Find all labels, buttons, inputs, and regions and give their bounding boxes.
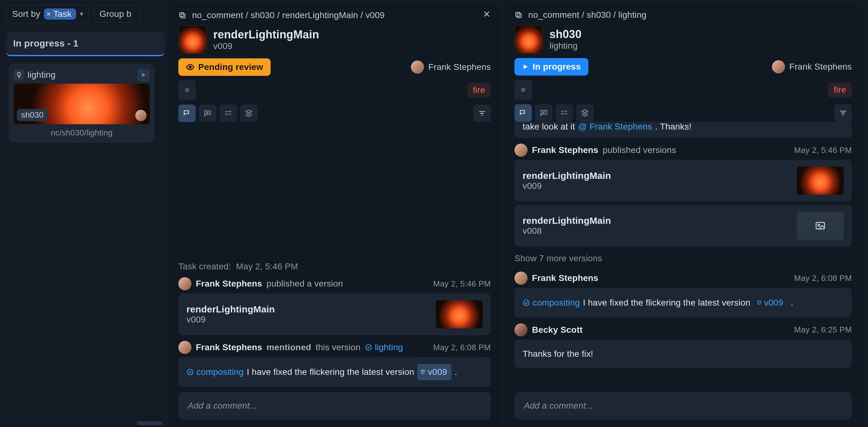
comment-placeholder: Add a comment... — [524, 401, 593, 410]
close-icon[interactable] — [483, 10, 491, 20]
event-verb-2: this version — [315, 342, 361, 352]
version-detail-panel: no_comment / sh030 / renderLightingMain … — [168, 4, 501, 427]
tab-checklist[interactable] — [219, 105, 237, 122]
task-chip-label: lighting — [375, 342, 403, 352]
entity-title: renderLightingMain — [213, 28, 319, 41]
task-created-label: Task created: May 2, 5:46 PM — [178, 262, 491, 272]
version-chip-label: v009 — [428, 365, 447, 379]
entity-subtitle: lighting — [549, 41, 582, 51]
avatar — [178, 341, 191, 354]
assignee[interactable]: Frank Stephens — [411, 61, 491, 74]
tab-comments[interactable] — [535, 104, 553, 122]
event-user: Frank Stephens — [532, 145, 598, 155]
event-user: Becky Scott — [532, 325, 583, 335]
status-pill-pending[interactable]: Pending review — [178, 58, 271, 76]
svg-rect-6 — [516, 12, 520, 16]
status-label: Pending review — [198, 62, 263, 72]
svg-point-9 — [524, 300, 529, 306]
avatar — [515, 323, 528, 337]
comment-card: compositing I have fixed the flickering … — [515, 288, 852, 318]
assignee-name: Frank Stephens — [789, 62, 852, 72]
comment-text: Thanks for the fix! — [523, 346, 593, 362]
event-time: May 2, 6:25 PM — [794, 325, 852, 335]
task-chip-lighting[interactable]: lighting — [365, 342, 403, 352]
sort-chip-task[interactable]: × Task — [44, 8, 76, 20]
version-number: v008 — [523, 226, 611, 236]
truncated-text: take look at it — [523, 122, 575, 132]
version-number: v009 — [186, 315, 275, 324]
status-pill-inprogress[interactable]: In progress — [515, 58, 588, 76]
sort-by-dropdown[interactable]: Sort by × Task ▾ — [6, 5, 89, 23]
tag-fire[interactable]: fire — [467, 83, 491, 98]
sort-chip-label: Task — [53, 9, 71, 19]
tab-versions[interactable] — [576, 104, 594, 122]
copy-path-icon[interactable] — [178, 11, 186, 19]
version-card[interactable]: renderLightingMain v009 — [178, 293, 491, 335]
entity-subtitle: v009 — [213, 41, 319, 51]
version-card[interactable]: renderLightingMain v008 — [515, 205, 852, 247]
event-user: Frank Stephens — [196, 279, 262, 289]
event-publish: Frank Stephens published a version May 2… — [178, 277, 491, 335]
status-label: In progress — [532, 62, 581, 72]
comment-text: I have fixed the flickering the latest v… — [247, 365, 414, 379]
entity-title: sh030 — [549, 28, 582, 41]
comment-card: Thanks for the fix! — [515, 340, 852, 368]
tag-fire[interactable]: fire — [828, 82, 852, 97]
event-publish-versions: Frank Stephens published versions May 2,… — [515, 144, 852, 247]
version-name: renderLightingMain — [186, 304, 275, 315]
tab-checklist[interactable] — [556, 104, 573, 122]
comment-input[interactable]: Add a comment... — [515, 392, 852, 420]
remove-sort-chip-icon[interactable]: × — [46, 10, 51, 19]
copy-path-icon[interactable] — [515, 11, 523, 19]
gear-icon[interactable]: ⚙ — [515, 80, 532, 100]
tab-activity[interactable] — [178, 105, 196, 122]
version-thumbnail-placeholder — [797, 211, 844, 240]
group-by-dropdown[interactable]: Group b — [94, 6, 140, 23]
task-chip-compositing[interactable]: compositing — [523, 295, 580, 310]
version-number: v009 — [523, 181, 611, 191]
mention[interactable]: @ Frank Stephens — [578, 122, 652, 132]
play-icon[interactable] — [137, 69, 150, 81]
chevron-down-icon: ▾ — [80, 10, 83, 18]
event-comment: Becky Scott May 2, 6:25 PM Thanks for th… — [515, 323, 852, 368]
event-mention: Frank Stephens mentioned this version li… — [178, 341, 491, 387]
version-thumbnail — [436, 300, 483, 329]
svg-point-3 — [366, 345, 371, 350]
event-verb: published a version — [267, 279, 343, 289]
board-column-title: In progress - 1 — [13, 38, 79, 48]
filter-icon[interactable] — [473, 105, 491, 122]
tab-versions[interactable] — [240, 105, 257, 122]
tab-activity[interactable] — [515, 104, 532, 122]
gear-icon[interactable]: ⚙ — [178, 80, 196, 100]
group-by-label: Group b — [99, 9, 131, 19]
comment-card: compositing I have fixed the flickering … — [178, 357, 491, 387]
version-chip[interactable]: v009 — [753, 295, 788, 311]
card-thumbnail: sh030 — [14, 84, 150, 124]
filter-icon[interactable] — [834, 104, 852, 122]
avatar — [411, 61, 424, 74]
breadcrumb[interactable]: no_comment / sh030 / renderLightingMain … — [192, 10, 385, 20]
assignee[interactable]: Frank Stephens — [772, 60, 852, 73]
tab-comments[interactable] — [199, 105, 216, 122]
version-chip[interactable]: v009 — [417, 364, 452, 380]
version-card[interactable]: renderLightingMain v009 — [515, 160, 852, 202]
svg-point-8 — [818, 224, 820, 226]
event-user: Frank Stephens — [196, 342, 262, 352]
horizontal-scrollbar[interactable] — [137, 421, 162, 425]
show-more-versions[interactable]: Show 7 more versions — [515, 252, 852, 266]
task-card[interactable]: lighting sh030 nc/sh030/lighting — [9, 64, 155, 143]
version-thumbnail — [797, 167, 844, 195]
lightbulb-icon — [14, 69, 24, 80]
task-chip-label: compositing — [196, 365, 244, 379]
version-name: renderLightingMain — [523, 170, 611, 181]
board-panel: Sort by × Task ▾ Group b In progress - 1 — [0, 0, 165, 427]
task-chip-compositing[interactable]: compositing — [186, 365, 244, 379]
sort-by-label: Sort by — [12, 9, 40, 19]
breadcrumb[interactable]: no_comment / sh030 / lighting — [528, 10, 646, 20]
svg-point-2 — [189, 65, 191, 68]
board-column-header: In progress - 1 — [6, 32, 165, 56]
period: . — [791, 295, 793, 310]
event-comment: Frank Stephens May 2, 6:08 PM compositin… — [515, 272, 852, 318]
comment-input[interactable]: Add a comment... — [178, 392, 491, 420]
event-time: May 2, 5:46 PM — [433, 279, 491, 289]
